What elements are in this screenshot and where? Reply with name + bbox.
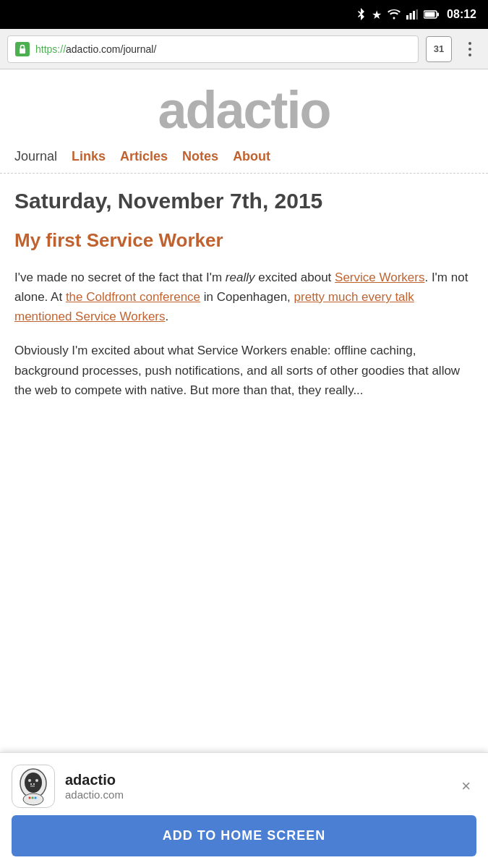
nav-about[interactable]: About bbox=[233, 149, 270, 164]
battery-icon bbox=[424, 10, 440, 19]
body-text-end: . bbox=[166, 310, 169, 323]
menu-dot-1 bbox=[468, 42, 471, 45]
lock-icon bbox=[15, 42, 30, 56]
nav-notes[interactable]: Notes bbox=[182, 149, 218, 164]
svg-rect-6 bbox=[425, 12, 435, 17]
nav-links[interactable]: Links bbox=[72, 149, 106, 164]
body-text-before-really: I've made no secret of the fact that I'm bbox=[14, 271, 226, 284]
star-icon: ★ bbox=[372, 8, 382, 22]
browser-menu-button[interactable] bbox=[459, 36, 481, 62]
address-bar[interactable]: https://adactio.com/journal/ bbox=[7, 35, 419, 63]
article-date: Saturday, November 7th, 2015 bbox=[14, 188, 474, 214]
nav-journal[interactable]: Journal bbox=[14, 149, 57, 164]
menu-dot-3 bbox=[468, 54, 471, 56]
svg-rect-0 bbox=[406, 15, 408, 20]
svg-rect-7 bbox=[20, 48, 25, 54]
url-path: /journal/ bbox=[121, 43, 157, 55]
status-time: 08:12 bbox=[447, 8, 476, 21]
site-content: adactio Journal Links Articles Notes Abo… bbox=[0, 69, 488, 422]
body-text-really: really bbox=[226, 271, 255, 284]
signal-icon bbox=[406, 9, 418, 20]
nav-articles[interactable]: Articles bbox=[120, 149, 168, 164]
body-text-after-link2: in Copenhagen, bbox=[200, 290, 294, 304]
svg-rect-1 bbox=[410, 13, 412, 20]
article-paragraph-1: I've made no secret of the fact that I'm… bbox=[14, 268, 474, 327]
article-title: My first Service Worker bbox=[14, 229, 474, 253]
status-icons: ★ bbox=[356, 8, 440, 22]
url-text: https://adactio.com/journal/ bbox=[35, 43, 156, 55]
browser-chrome: https://adactio.com/journal/ 31 bbox=[0, 29, 488, 69]
site-logo: adactio bbox=[0, 69, 488, 143]
svg-rect-5 bbox=[437, 13, 440, 17]
main-content: Saturday, November 7th, 2015 My first Se… bbox=[0, 174, 488, 422]
bluetooth-icon bbox=[356, 8, 366, 21]
site-logo-text: adactio bbox=[158, 81, 330, 139]
article-paragraph-2: Obviously I'm excited about what Service… bbox=[14, 341, 474, 400]
body-text-after-really: excited about bbox=[254, 271, 335, 284]
url-domain: adactio.com bbox=[66, 43, 120, 55]
menu-dot-2 bbox=[468, 48, 471, 51]
site-nav: Journal Links Articles Notes About bbox=[0, 143, 488, 174]
coldfront-link[interactable]: the Coldfront conference bbox=[66, 290, 200, 304]
svg-rect-2 bbox=[413, 11, 415, 20]
article-body: I've made no secret of the fact that I'm… bbox=[14, 268, 474, 400]
calendar-button[interactable]: 31 bbox=[426, 36, 452, 62]
svg-rect-3 bbox=[416, 9, 419, 20]
service-workers-link[interactable]: Service Workers bbox=[335, 271, 424, 284]
wifi-icon bbox=[388, 9, 401, 20]
url-protocol: https:// bbox=[35, 43, 66, 55]
status-bar: ★ 08:12 bbox=[0, 0, 488, 29]
